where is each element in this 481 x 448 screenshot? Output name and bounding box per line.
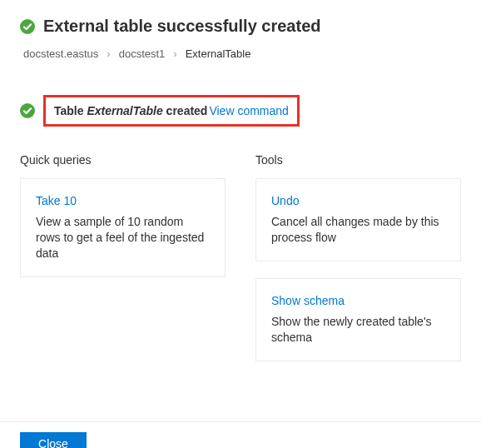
tools-heading: Tools [255, 153, 461, 167]
breadcrumb: docstest.eastus › docstest1 › ExternalTa… [23, 47, 461, 60]
view-command-link[interactable]: View command [209, 104, 288, 117]
view-command-highlight: Table ExternalTable created View command [43, 95, 300, 127]
table-name: ExternalTable [87, 104, 162, 117]
status-row: Table ExternalTable created View command [20, 95, 461, 127]
card-show-schema[interactable]: Show schema Show the newly created table… [255, 278, 461, 361]
close-button[interactable]: Close [20, 432, 87, 448]
quick-queries-column: Quick queries Take 10 View a sample of 1… [20, 153, 226, 378]
card-desc: Show the newly created table's schema [271, 314, 445, 346]
card-undo[interactable]: Undo Cancel all changes made by this pro… [255, 178, 461, 261]
card-desc: View a sample of 10 random rows to get a… [36, 214, 210, 261]
tools-column: Tools Undo Cancel all changes made by th… [255, 153, 461, 378]
chevron-right-icon: › [173, 47, 176, 60]
quick-queries-heading: Quick queries [20, 153, 226, 167]
footer: Close [0, 421, 481, 448]
chevron-right-icon: › [107, 47, 110, 60]
card-take-10[interactable]: Take 10 View a sample of 10 random rows … [20, 178, 226, 277]
breadcrumb-item[interactable]: docstest.eastus [23, 47, 98, 60]
card-desc: Cancel all changes made by this process … [271, 214, 445, 246]
status-text: Table ExternalTable created [54, 104, 207, 117]
page-header: External table successfully created [20, 17, 461, 36]
breadcrumb-item-current: ExternalTable [186, 47, 251, 60]
card-title[interactable]: Undo [271, 194, 445, 207]
breadcrumb-item[interactable]: docstest1 [119, 47, 166, 60]
page-title: External table successfully created [43, 17, 321, 36]
card-title[interactable]: Show schema [271, 294, 445, 307]
success-check-icon [20, 103, 35, 118]
card-title[interactable]: Take 10 [36, 194, 210, 207]
success-check-icon [20, 19, 35, 34]
